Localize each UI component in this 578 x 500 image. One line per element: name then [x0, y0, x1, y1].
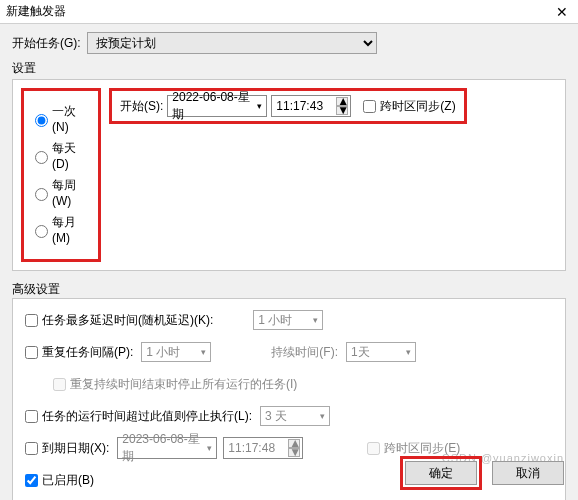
close-icon[interactable]: ✕	[552, 4, 572, 20]
begin-task-label: 开始任务(G):	[12, 35, 81, 52]
expire-checkbox[interactable]: 到期日期(X):	[21, 439, 109, 458]
expire-date-picker[interactable]: 2023-06-08-星期▾	[117, 437, 217, 459]
tz-sync-checkbox[interactable]: 跨时区同步(Z)	[359, 97, 455, 116]
expire-time-picker[interactable]: 11:17:48 ▲▼	[223, 437, 303, 459]
settings-label: 设置	[12, 60, 566, 77]
radio-weekly[interactable]: 每周(W)	[30, 177, 90, 208]
delay-checkbox[interactable]: 任务最多延迟时间(随机延迟)(K):	[21, 311, 213, 330]
advanced-label: 高级设置	[12, 281, 566, 298]
delay-select[interactable]: 1 小时▾	[253, 310, 323, 330]
duration-select[interactable]: 1天▾	[346, 342, 416, 362]
chevron-down-icon: ▾	[257, 101, 262, 111]
window-title: 新建触发器	[6, 3, 66, 20]
radio-monthly[interactable]: 每月(M)	[30, 214, 90, 245]
expire-tz-sync-checkbox[interactable]: 跨时区同步(E)	[363, 439, 460, 458]
time-spinner[interactable]: ▲▼	[336, 97, 348, 115]
cancel-button[interactable]: 取消	[492, 461, 564, 485]
repeat-checkbox[interactable]: 重复任务间隔(P):	[21, 343, 133, 362]
schedule-radio-group: 一次(N) 每天(D) 每周(W) 每月(M)	[21, 88, 101, 262]
radio-daily[interactable]: 每天(D)	[30, 140, 90, 171]
stop-after-checkbox[interactable]: 任务的运行时间超过此值则停止执行(L):	[21, 407, 252, 426]
stop-on-repeat-end-checkbox[interactable]: 重复持续时间结束时停止所有运行的任务(I)	[49, 375, 297, 394]
enabled-checkbox[interactable]: 已启用(B)	[21, 471, 94, 490]
ok-button[interactable]: 确定	[405, 461, 477, 485]
duration-label: 持续时间(F):	[271, 344, 338, 361]
start-date-picker[interactable]: 2022-06-08-星期▾	[167, 95, 267, 117]
radio-once[interactable]: 一次(N)	[30, 103, 90, 134]
begin-task-select[interactable]: 按预定计划	[87, 32, 377, 54]
start-label: 开始(S):	[120, 98, 163, 115]
start-time-picker[interactable]: 11:17:43 ▲▼	[271, 95, 351, 117]
repeat-interval-select[interactable]: 1 小时▾	[141, 342, 211, 362]
stop-after-select[interactable]: 3 天▾	[260, 406, 330, 426]
